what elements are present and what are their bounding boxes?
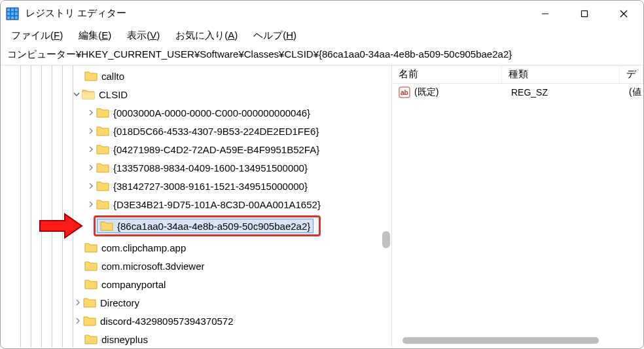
titlebar: レジストリ エディター [1, 1, 643, 27]
svg-rect-1 [7, 9, 10, 11]
tree-item[interactable]: com.clipchamp.app [1, 238, 391, 257]
tree-item[interactable]: {0003000A-0000-0000-C000-000000000046} [1, 103, 391, 122]
tree-item[interactable]: Directory [1, 293, 391, 312]
tree-item[interactable]: {018D5C66-4533-4307-9B53-224DE2ED1FE6} [1, 122, 391, 140]
tree-item-label: {D3E34B21-9D75-101A-8C3D-00AA001A1652} [113, 199, 321, 210]
folder-icon [96, 162, 109, 174]
close-button[interactable] [604, 1, 643, 27]
menu-favorites[interactable]: お気に入り(A) [169, 28, 244, 43]
svg-rect-3 [15, 9, 18, 11]
folder-icon [83, 315, 96, 327]
folder-open-icon [82, 88, 95, 100]
tree-item-label: {13357088-9834-0409-1600-134951500000} [113, 162, 308, 174]
tree-item-label: companyportal [101, 279, 166, 290]
value-data: (値 [629, 86, 643, 98]
window-title: レジストリ エディター [26, 7, 126, 20]
tree-item[interactable]: com.microsoft.3dviewer [1, 257, 391, 275]
arrow-callout-icon [39, 213, 84, 239]
svg-rect-8 [11, 16, 14, 19]
folder-icon [96, 107, 109, 119]
menu-view[interactable]: 表示(V) [120, 28, 166, 43]
svg-rect-6 [15, 12, 18, 15]
tree-pane[interactable]: callto CLSID {0003000A-0000-0000-C000-00… [1, 65, 392, 348]
menubar: ファイル(F) 編集(E) 表示(V) お気に入り(A) ヘルプ(H) [1, 27, 643, 46]
tree-item[interactable]: disneyplus [1, 330, 391, 348]
svg-rect-11 [582, 10, 588, 16]
tree-item-label: {018D5C66-4533-4307-9B53-224DE2ED1FE6} [113, 126, 319, 137]
tree-item-label: {0003000A-0000-0000-C000-000000000046} [113, 107, 310, 119]
value-type: REG_SZ [511, 87, 629, 98]
tree-item-label: discord-432980957394370572 [100, 316, 234, 327]
col-header-name[interactable]: 名前 [392, 65, 502, 83]
chevron-right-icon[interactable] [86, 144, 96, 155]
svg-rect-4 [7, 12, 10, 15]
horizontal-scrollbar[interactable] [401, 337, 630, 345]
tree-item-clsid[interactable]: CLSID [1, 85, 391, 103]
tree-item-label: callto [101, 71, 124, 82]
folder-icon [96, 143, 109, 155]
values-pane: 名前 種類 デ ab (既定) REG_SZ (値 [392, 65, 643, 348]
tree-item-label: CLSID [99, 89, 128, 100]
main-area: callto CLSID {0003000A-0000-0000-C000-00… [1, 65, 643, 348]
folder-icon [83, 297, 96, 308]
minimize-button[interactable] [526, 1, 565, 27]
tree-item[interactable]: {D3E34B21-9D75-101A-8C3D-00AA001A1652} [1, 195, 391, 213]
svg-rect-2 [11, 9, 14, 11]
tree-item-callto[interactable]: callto [1, 67, 391, 85]
tree-item[interactable]: companyportal [1, 275, 391, 293]
chevron-right-icon[interactable] [73, 316, 83, 326]
folder-icon [84, 333, 98, 345]
tree-item-label: com.clipchamp.app [101, 242, 186, 253]
scrollbar-thumb[interactable] [382, 231, 390, 248]
chevron-right-icon[interactable] [73, 297, 83, 308]
svg-rect-9 [15, 16, 18, 19]
col-header-data[interactable]: デ [620, 65, 643, 83]
tree-item[interactable]: {38142727-3008-9161-1521-349515000000} [1, 177, 391, 195]
folder-icon [96, 198, 109, 210]
chevron-right-icon[interactable] [86, 162, 96, 173]
maximize-button[interactable] [565, 1, 604, 27]
menu-file[interactable]: ファイル(F) [5, 28, 69, 43]
tree-item[interactable]: {13357088-9834-0409-1600-134951500000} [1, 158, 391, 177]
tree-item-label: {38142727-3008-9161-1521-349515000000} [113, 181, 308, 192]
address-bar[interactable]: コンピューター¥HKEY_CURRENT_USER¥Software¥Class… [1, 46, 643, 65]
value-row[interactable]: ab (既定) REG_SZ (値 [392, 84, 643, 101]
folder-icon [96, 180, 109, 192]
folder-icon [84, 70, 98, 82]
scrollbar-thumb[interactable] [402, 337, 599, 344]
folder-icon [100, 220, 113, 232]
chevron-right-icon[interactable] [86, 107, 96, 118]
string-value-icon: ab [399, 86, 410, 98]
chevron-down-icon[interactable] [71, 89, 82, 100]
tree-item-label: {04271989-C4D2-72AD-A59E-B4F9951B52FA} [113, 144, 319, 155]
chevron-right-icon[interactable] [86, 126, 96, 136]
menu-edit[interactable]: 編集(E) [72, 28, 118, 43]
svg-text:ab: ab [401, 89, 408, 96]
regedit-icon [6, 7, 19, 20]
tree-item-label: disneyplus [101, 334, 148, 345]
folder-icon [96, 125, 109, 137]
tree-item[interactable]: discord-432980957394370572 [1, 312, 391, 330]
list-header: 名前 種類 デ [392, 65, 643, 84]
chevron-right-icon[interactable] [86, 181, 96, 191]
folder-icon [84, 278, 98, 290]
tree-item-label: {86ca1aa0-34aa-4e8b-a509-50c905bae2a2} [117, 221, 310, 232]
tree-item[interactable]: {04271989-C4D2-72AD-A59E-B4F9951B52FA} [1, 140, 391, 158]
chevron-right-icon[interactable] [86, 199, 96, 210]
tree-item-label: Directory [100, 297, 139, 308]
folder-icon [84, 260, 98, 272]
svg-rect-7 [7, 16, 10, 19]
value-name: (既定) [414, 86, 511, 98]
folder-icon [84, 242, 98, 253]
col-header-type[interactable]: 種類 [502, 65, 620, 83]
menu-help[interactable]: ヘルプ(H) [247, 28, 303, 43]
tree-item-label: com.microsoft.3dviewer [101, 261, 205, 272]
svg-rect-5 [11, 12, 14, 15]
